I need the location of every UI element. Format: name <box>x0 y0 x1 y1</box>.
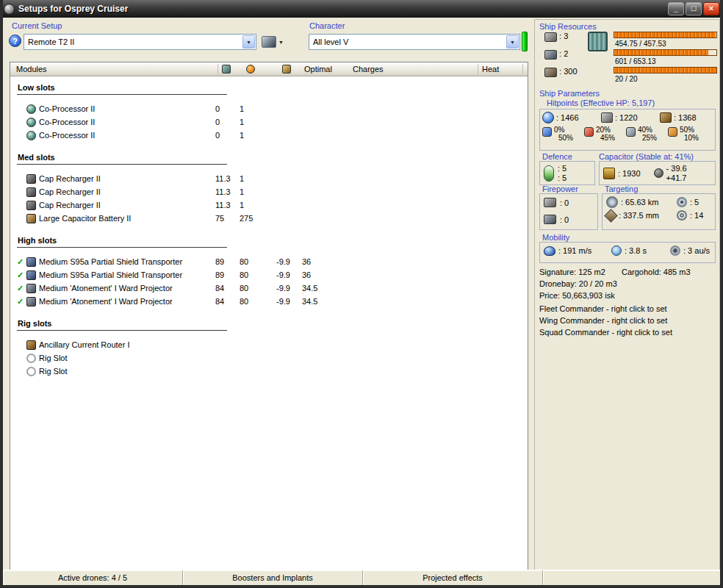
cpu-column-icon <box>222 65 231 74</box>
module-icon <box>26 214 36 223</box>
firepower-box: : 0 : 0 <box>539 193 598 230</box>
module-cpu-value: 84 <box>215 284 240 293</box>
section-high-slots: High slots <box>17 235 227 248</box>
module-optimal-value: 34.5 <box>302 297 346 306</box>
module-row[interactable]: Co-Processor II 0 1 <box>10 115 528 129</box>
hitpoints-values-row: : 1466 : 1220 : 1368 <box>540 110 715 124</box>
module-cpu-value: 11.3 <box>215 201 240 209</box>
ship-resources-label: Ship Resources <box>539 22 597 31</box>
charges-column-header: Charges <box>353 65 384 74</box>
capacitor-amount: : 1930 <box>618 169 641 178</box>
module-row[interactable]: Cap Recharger II 11.3 1 <box>10 185 528 198</box>
cpu-usage-bar <box>614 32 717 38</box>
module-row[interactable]: Co-Processor II 0 1 <box>10 102 528 115</box>
calibration-icon <box>544 68 557 77</box>
upgrade-usage-bar <box>614 67 717 74</box>
chevron-down-icon[interactable]: ▼ <box>506 35 519 49</box>
modules-header[interactable]: Modules Optimal Charges Heat <box>10 62 528 76</box>
module-icon <box>26 284 36 293</box>
targeting-label: Targeting <box>605 184 638 193</box>
thermal-resist-icon <box>584 127 594 137</box>
status-bar: Active drones: 4 / 5 Boosters and Implan… <box>3 570 720 585</box>
capacitor-recharge: +41.7 <box>666 173 687 183</box>
module-row[interactable]: ✓ Medium 'Atonement' I Ward Projector 84… <box>10 295 528 308</box>
character-combobox-value: All level V <box>309 37 506 46</box>
explosive-shield-resist: 50% <box>680 126 699 134</box>
module-row[interactable]: ✓ Medium S95a Partial Shield Transporter… <box>10 255 528 268</box>
module-cpu-value: 11.3 <box>215 187 240 196</box>
empty-rig-slot-icon <box>26 367 36 376</box>
capacitor-icon <box>603 168 615 179</box>
module-row[interactable]: Cap Recharger II 11.3 1 <box>10 172 528 185</box>
column-divider <box>217 64 218 74</box>
firepower-label: Firepower <box>542 184 578 193</box>
module-pg-value: 1 <box>240 104 276 113</box>
chevron-down-icon[interactable]: ▼ <box>242 35 255 49</box>
module-row[interactable]: Rig Slot <box>10 351 528 365</box>
maximize-button[interactable]: □ <box>686 2 702 15</box>
explosive-armor-resist: 10% <box>684 134 699 142</box>
fleet-commander-text[interactable]: Fleet Commander - right click to set <box>539 304 667 313</box>
kinetic-shield-resist: 40% <box>638 126 657 134</box>
module-cap-value: -9.9 <box>276 257 302 266</box>
module-row[interactable]: ✓ Medium S95a Partial Shield Transporter… <box>10 268 528 282</box>
modules-header-title: Modules <box>16 65 47 74</box>
module-active-icon: ✓ <box>15 297 25 306</box>
cargohold-text: Cargohold: 485 m3 <box>622 268 691 276</box>
minimize-button[interactable]: _ <box>668 2 684 15</box>
module-row[interactable]: Cap Recharger II 11.3 1 <box>10 198 528 212</box>
module-cpu-value: 84 <box>215 297 240 306</box>
module-icon <box>26 297 36 306</box>
module-row[interactable]: Co-Processor II 0 1 <box>10 129 528 142</box>
app-icon <box>4 4 15 15</box>
module-name: Ancillary Current Router I <box>39 340 215 349</box>
module-pg-value: 1 <box>240 131 276 140</box>
max-targets-icon <box>677 197 687 207</box>
module-name: Medium S95a Partial Shield Transporter <box>39 257 215 266</box>
armor-hp: : 1220 <box>615 113 638 122</box>
app-window: Setups for Osprey Cruiser _ □ × Current … <box>0 0 723 588</box>
shield-repair-icon <box>544 165 554 182</box>
armor-icon <box>601 112 613 123</box>
module-name: Cap Recharger II <box>39 201 215 209</box>
kinetic-resist-icon <box>626 127 636 137</box>
targeting-range-icon <box>606 196 618 208</box>
thermal-armor-resist: 45% <box>600 134 615 142</box>
calibration: : 300 <box>544 67 578 77</box>
help-icon[interactable]: ? <box>9 35 21 47</box>
module-row[interactable]: Ancillary Current Router I <box>10 338 528 351</box>
module-pg-value: 1 <box>240 187 276 196</box>
module-row[interactable]: Rig Slot <box>10 365 528 378</box>
launcher-hardpoint-count: : 2 <box>559 49 568 58</box>
module-cpu-value: 0 <box>215 104 240 113</box>
module-name: Medium 'Atonement' I Ward Projector <box>39 297 215 306</box>
character-combobox[interactable]: All level V ▼ <box>309 34 520 50</box>
boosters-implants-tab[interactable]: Boosters and Implants <box>183 570 363 585</box>
scan-resolution-value: : 337.5 mm <box>619 211 659 220</box>
defence-label: Defence <box>542 152 572 161</box>
defence-box: : 5 : 5 <box>539 161 595 185</box>
module-row[interactable]: Large Capacitor Battery II 75 275 <box>10 212 528 225</box>
section-rig-slots: Rig slots <box>17 318 227 331</box>
launcher-hardpoint-icon <box>544 50 557 60</box>
warp-speed-value: : 3 au/s <box>683 246 710 255</box>
ship-menu-button[interactable]: ▼ <box>260 34 292 50</box>
module-pg-value: 80 <box>240 257 276 266</box>
sensor-strength-icon <box>677 210 687 220</box>
close-button[interactable]: × <box>703 2 719 15</box>
title-bar[interactable]: Setups for Osprey Cruiser _ □ × <box>0 0 723 18</box>
active-drones-tab[interactable]: Active drones: 4 / 5 <box>3 570 183 585</box>
projected-effects-tab[interactable]: Projected effects <box>363 570 543 585</box>
module-row[interactable]: ✓ Medium 'Atonement' I Ward Projector 84… <box>10 282 528 295</box>
optimal-column-header: Optimal <box>304 65 332 74</box>
wing-commander-text[interactable]: Wing Commander - right click to set <box>539 316 667 325</box>
module-pg-value: 80 <box>240 284 276 293</box>
squad-commander-text[interactable]: Squad Commander - right click to set <box>539 328 672 337</box>
module-name: Rig Slot <box>39 354 215 362</box>
cpu-chip-icon <box>588 32 608 51</box>
current-setup-label: Current Setup <box>12 21 62 30</box>
chevron-down-icon: ▼ <box>278 40 284 45</box>
module-cpu-value: 75 <box>215 214 240 223</box>
setup-combobox[interactable]: Remote T2 II ▼ <box>24 34 256 50</box>
modules-panel: Modules Optimal Charges Heat Low slots C… <box>10 62 528 573</box>
